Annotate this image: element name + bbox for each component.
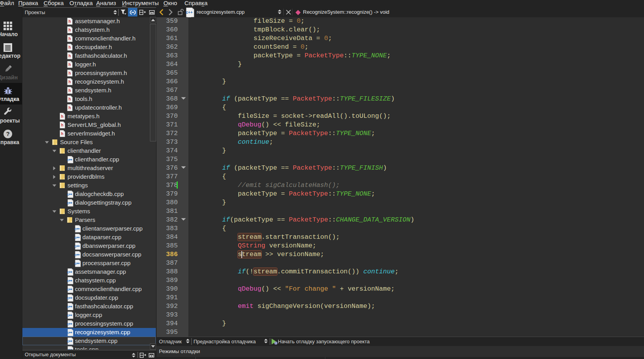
svg-text:h: h xyxy=(69,37,71,41)
svg-text:c: c xyxy=(75,253,77,257)
svg-text:h: h xyxy=(61,132,64,136)
svg-text:c: c xyxy=(75,244,77,248)
svg-text:h: h xyxy=(61,123,64,127)
svg-text:c: c xyxy=(67,304,69,309)
svg-text:c: c xyxy=(67,348,69,350)
svg-text:c++: c++ xyxy=(186,10,193,15)
svg-text:c: c xyxy=(67,287,69,291)
svg-text:c: c xyxy=(75,227,77,231)
svg-text:c: c xyxy=(67,201,69,205)
svg-text:h: h xyxy=(69,88,71,93)
svg-text:h: h xyxy=(69,97,71,101)
svg-text:c: c xyxy=(75,261,77,266)
svg-text:?: ? xyxy=(6,130,9,137)
svg-text:h: h xyxy=(69,19,71,24)
svg-text:h: h xyxy=(69,54,71,58)
svg-text:c: c xyxy=(67,192,69,196)
svg-text:c: c xyxy=(67,270,69,274)
svg-text:c: c xyxy=(67,330,69,335)
svg-text:h: h xyxy=(61,114,64,119)
svg-text:h: h xyxy=(69,80,71,84)
svg-text:h: h xyxy=(69,106,71,110)
svg-text:h: h xyxy=(69,45,71,49)
svg-text:h: h xyxy=(69,71,71,75)
svg-text:c: c xyxy=(67,278,69,283)
svg-text:c: c xyxy=(67,339,69,343)
svg-text:c: c xyxy=(67,296,69,300)
svg-text:h: h xyxy=(69,28,71,32)
svg-text:c: c xyxy=(67,313,69,317)
svg-text:h: h xyxy=(69,62,71,67)
svg-text:c: c xyxy=(67,158,69,162)
svg-text:c: c xyxy=(67,322,69,326)
svg-text:c: c xyxy=(75,235,77,240)
